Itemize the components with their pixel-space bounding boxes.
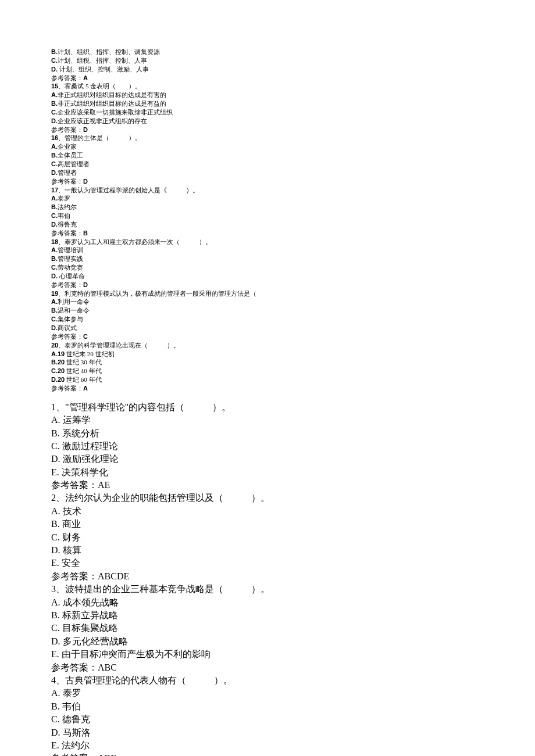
section-single-choice: B.计划、组织、指挥、控制、调集资源 C.计划、组税、指挥、控制、人事 D. 计… (51, 48, 484, 393)
mq2-stem: 2、法约尔认为企业的职能包括管理以及（ ）。 (51, 492, 484, 504)
opt-prefix: B. (51, 100, 58, 107)
q-text: 、管理的主体是（ ）。 (58, 134, 141, 141)
q16-opt-a: A.企业家 (51, 142, 484, 151)
opt-text: 世纪 30 年代 (65, 359, 101, 366)
opt-text: 全体员工 (58, 152, 83, 159)
opt-text: 泰罗 (58, 195, 70, 202)
answer-value: D (83, 126, 88, 133)
q-text: 、泰罗的科学管理理论出现在（ ）。 (58, 342, 180, 349)
mq4-opt-e: E. 法约尔 (51, 739, 484, 752)
answer-label: 参考答案： (51, 178, 83, 185)
answer-label: 参考答案： (51, 230, 83, 237)
mq1-stem: 1、"管理科学理论"的内容包括（ ）。 (51, 401, 484, 414)
opt-prefix: B. (51, 152, 58, 159)
q16-opt-b: B.全体员工 (51, 151, 484, 160)
mq1-opt-e: E. 决策科学化 (51, 466, 484, 479)
mq4-opt-a: A. 泰罗 (51, 687, 484, 700)
opt-text: 管理实践 (58, 255, 83, 262)
opt-prefix: D. (51, 221, 58, 228)
mq3-opt-c: C. 目标集聚战略 (51, 622, 484, 635)
answer-value: A (83, 385, 88, 392)
opt-text: 企业应该采取一切措施来取缔非正式组织 (58, 109, 173, 116)
mq4-opt-c: C. 德鲁克 (51, 713, 484, 726)
opt-prefix: C. (51, 212, 58, 219)
q18-stem: 18、泰罗认为工人和雇主双方都必须来一次（ ）。 (51, 238, 484, 246)
opt-text: 管理培训 (58, 246, 83, 253)
q15-opt-c: C.企业应该采取一切措施来取缔非正式组织 (51, 108, 484, 117)
opt-prefix: D. (51, 169, 58, 176)
mq1-opt-b: B. 系统分析 (51, 427, 484, 440)
opt-prefix: C. (51, 109, 58, 116)
q-num: 20 (51, 342, 58, 349)
q14-opt-d: D. 计划、组织、控制、激励、人事 (51, 65, 484, 74)
q-text: 、一般认为管理过程学派的创始人是《 ）。 (58, 187, 199, 194)
opt-text: 企业应该正视非正式组织的存在 (58, 117, 147, 124)
q17-stem: 17、一般认为管理过程学派的创始人是《 ）。 (51, 186, 484, 195)
opt-text: 世纪末 20 世纪初 (65, 350, 114, 357)
q-num: 16 (51, 134, 58, 141)
mq4-stem: 4、古典管理理论的代表人物有（ ）。 (51, 674, 484, 687)
q-num: 15 (51, 83, 58, 89)
opt-prefix: B.20 (51, 359, 65, 366)
mq3-answer: 参考答案：ABC (51, 661, 484, 674)
opt-prefix: A. (51, 91, 58, 98)
mq1-opt-a: A. 运筹学 (51, 414, 484, 427)
opt-text: 高层管理者 (58, 160, 90, 167)
answer-label: 参考答案： (51, 333, 83, 340)
opt-prefix: A. (51, 143, 58, 150)
q19-answer: 参考答案：C (51, 332, 484, 341)
q18-opt-a: A.管理培训 (51, 246, 484, 255)
q19-opt-a: A.利用一命令 (51, 298, 484, 306)
answer-label: 参考答案： (51, 74, 83, 81)
q20-answer: 参考答案：A (51, 384, 484, 393)
q17-opt-d: D.得鲁克 (51, 220, 484, 229)
mq1-opt-c: C. 激励过程理论 (51, 440, 484, 453)
answer-label: 参考答案： (51, 126, 83, 133)
q-text: 、利克特的管理模式认为，极有成就的管理者一般采用的管理方法是（ (58, 290, 256, 297)
mq3-opt-a: A. 成本领先战略 (51, 596, 484, 609)
mq3-opt-b: B. 标新立异战略 (51, 609, 484, 622)
opt-text: 企业家 (58, 143, 77, 150)
opt-text: 计划、组织、指挥、控制、调集资源 (58, 48, 160, 55)
q19-opt-c: C.集体参与 (51, 315, 484, 324)
q17-answer: 参考答案：B (51, 229, 484, 238)
q16-opt-c: C.高层管理者 (51, 160, 484, 169)
opt-prefix: C. (51, 316, 58, 323)
opt-prefix: B. (51, 203, 58, 210)
mq3-opt-d: D. 多元化经营战略 (51, 635, 484, 648)
q18-opt-c: C.劳动竞赛 (51, 263, 484, 272)
opt-text: 法约尔 (58, 203, 77, 210)
q18-opt-d: D. 心理革命 (51, 272, 484, 281)
q19-opt-d: D.商议式 (51, 324, 484, 332)
opt-prefix: C. (51, 264, 58, 271)
opt-prefix: A. (51, 298, 58, 305)
opt-text: 劳动竞赛 (58, 264, 83, 271)
opt-prefix: D. (51, 273, 58, 280)
q16-answer: 参考答案：D (51, 177, 484, 186)
opt-text: 利用一命令 (58, 298, 90, 305)
q18-opt-b: B.管理实践 (51, 255, 484, 263)
q15-opt-b: B.非正式组织对组织目标的达成是有益的 (51, 99, 484, 108)
mq4-opt-b: B. 韦伯 (51, 700, 484, 713)
q19-stem: 19、利克特的管理模式认为，极有成就的管理者一般采用的管理方法是（ (51, 289, 484, 298)
opt-prefix: D. (51, 66, 58, 73)
q-text: 、泰罗认为工人和雇主双方都必须来一次（ ）。 (58, 238, 212, 245)
opt-prefix: C. (51, 160, 58, 167)
q19-opt-b: B.温和一命令 (51, 306, 484, 315)
mq2-opt-b: B. 商业 (51, 518, 484, 531)
opt-text: 得鲁克 (58, 221, 77, 228)
opt-text: 计划、组税、指挥、控制、人事 (58, 57, 147, 64)
section-multi-choice: 1、"管理科学理论"的内容包括（ ）。 A. 运筹学 B. 系统分析 C. 激励… (51, 401, 484, 756)
answer-label: 参考答案： (51, 281, 83, 288)
q-num: 19 (51, 290, 58, 297)
opt-text: 心理革命 (58, 273, 85, 280)
answer-value: A (83, 74, 88, 81)
opt-text: 非正式组织对组织目标的达成是有害的 (58, 91, 166, 98)
answer-value: C (83, 333, 88, 340)
opt-prefix: A.19 (51, 350, 65, 357)
opt-prefix: C.20 (51, 367, 65, 374)
q20-opt-b: B.20 世纪 30 年代 (51, 358, 484, 367)
q20-stem: 20、泰罗的科学管理理论出现在（ ）。 (51, 341, 484, 350)
mq3-opt-e: E. 由于目标冲突而产生极为不利的影响 (51, 648, 484, 661)
q17-opt-a: A.泰罗 (51, 194, 484, 203)
